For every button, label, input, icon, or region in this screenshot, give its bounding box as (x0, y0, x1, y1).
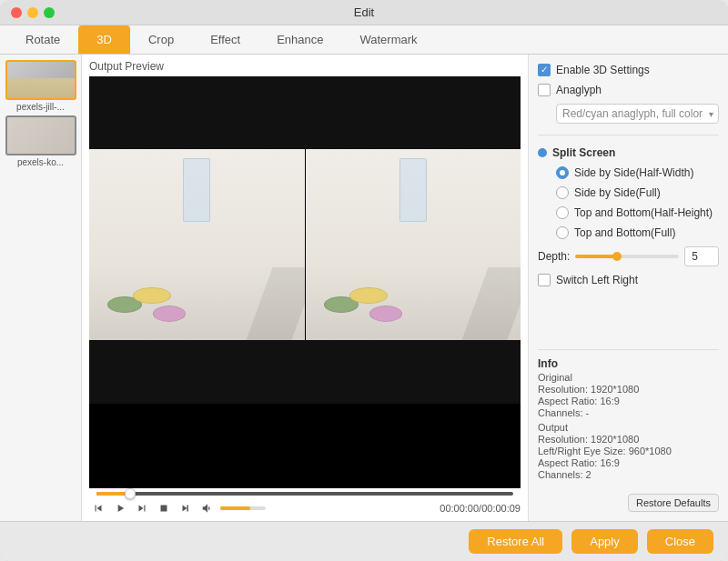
depth-input[interactable] (684, 246, 719, 266)
radio-top-bottom-full[interactable] (556, 226, 569, 239)
sidebar-label-1: pexels-ko... (5, 157, 76, 167)
skip-back-button[interactable] (89, 499, 107, 517)
output-aspect: Aspect Ratio: 16:9 (538, 457, 719, 468)
time-display: 00:00:00/00:00:09 (440, 503, 521, 514)
preview-area: Output Preview (82, 55, 528, 521)
radio-label-1: Side by Side(Full) (574, 186, 661, 199)
sidebar-item-1[interactable]: pexels-ko... (4, 115, 77, 167)
radio-half-width[interactable] (556, 166, 569, 179)
progress-track[interactable] (96, 492, 513, 496)
depth-knob (612, 252, 622, 261)
switch-lr-checkbox[interactable] (538, 274, 551, 286)
output-resolution: Resolution: 1920*1080 (538, 434, 719, 445)
volume-slider[interactable] (220, 506, 266, 510)
radio-label-0: Side by Side(Half-Width) (574, 166, 693, 179)
progress-bar-wrap[interactable] (82, 488, 528, 496)
play-button[interactable] (111, 499, 129, 517)
video-middle (89, 149, 521, 340)
video-container (89, 76, 521, 488)
controls-bar: 00:00:00/00:00:09 (82, 496, 528, 521)
skip-forward-button[interactable] (133, 499, 151, 517)
radio-label-2: Top and Bottom(Half-Height) (574, 206, 713, 219)
split-screen-label: Split Screen (552, 146, 615, 159)
depth-slider[interactable] (575, 255, 679, 258)
tab-enhance[interactable]: Enhance (258, 25, 341, 54)
tab-watermark[interactable]: Watermark (341, 25, 435, 54)
enable-3d-row: ✓ Enable 3D Settings (538, 64, 719, 76)
close-button[interactable]: Close (647, 529, 713, 554)
preview-label: Output Preview (82, 55, 528, 76)
radio-row-1: Side by Side(Full) (556, 186, 719, 199)
split-screen-row: Split Screen (538, 146, 719, 159)
output-lr-size: Left/Right Eye Size: 960*1080 (538, 446, 719, 456)
volume-icon[interactable] (198, 499, 217, 517)
video-black-top (89, 76, 521, 149)
shadow-right (461, 267, 521, 340)
info-title: Info (538, 357, 719, 370)
original-aspect: Aspect Ratio: 16:9 (538, 396, 719, 406)
output-label: Output (538, 422, 719, 433)
original-resolution: Resolution: 1920*1080 (538, 384, 719, 395)
anaglyph-dropdown-wrap: Red/cyan anaglyph, full color (556, 104, 719, 124)
radio-full[interactable] (556, 186, 569, 199)
skip-end-button[interactable] (177, 499, 195, 517)
window: Edit Rotate 3D Crop Effect Enhance Water… (0, 0, 728, 561)
main-content: pexels-jill-... pexels-ko... Output Prev… (0, 55, 728, 521)
radio-row-3: Top and Bottom(Full) (556, 226, 719, 239)
switch-lr-label: Switch Left Right (556, 274, 638, 286)
restore-defaults-button[interactable]: Restore Defaults (628, 494, 719, 512)
depth-row: Depth: (538, 246, 719, 266)
radio-row-2: Top and Bottom(Half-Height) (556, 206, 719, 219)
radio-row-0: Side by Side(Half-Width) (556, 166, 719, 179)
video-black-bottom (89, 340, 521, 404)
sidebar-item-0[interactable]: pexels-jill-... (4, 60, 77, 112)
volume-wrap (198, 499, 266, 517)
glass-left (183, 158, 210, 222)
maximize-traffic-light[interactable] (44, 7, 55, 18)
depth-slider-wrap (575, 246, 719, 266)
sidebar-label-0: pexels-jill-... (5, 102, 76, 112)
traffic-lights (11, 7, 55, 18)
bottom-bar: Restore All Apply Close (0, 521, 728, 561)
original-label: Original (538, 372, 719, 383)
macaron-left-3 (153, 306, 186, 322)
sidebar-thumb-1 (5, 115, 76, 155)
stop-button[interactable] (155, 499, 173, 517)
tab-bar: Rotate 3D Crop Effect Enhance Watermark (0, 25, 728, 55)
anaglyph-row: Anaglyph (538, 84, 719, 96)
minimize-traffic-light[interactable] (27, 7, 38, 18)
tab-3d[interactable]: 3D (78, 25, 130, 54)
apply-button[interactable]: Apply (571, 529, 638, 554)
scene-right (306, 149, 521, 340)
volume-fill (220, 506, 250, 510)
restore-all-button[interactable]: Restore All (469, 529, 562, 554)
progress-knob[interactable] (125, 488, 136, 499)
divider-1 (538, 135, 719, 135)
right-panel: ✓ Enable 3D Settings Anaglyph Red/cyan a… (528, 55, 728, 521)
info-section: Info Original Resolution: 1920*1080 Aspe… (538, 349, 719, 481)
anaglyph-checkbox[interactable] (538, 84, 551, 96)
anaglyph-dropdown[interactable]: Red/cyan anaglyph, full color (556, 104, 719, 124)
switch-lr-row: Switch Left Right (538, 274, 719, 286)
video-right (305, 149, 521, 340)
split-screen-indicator (538, 148, 547, 157)
tab-effect[interactable]: Effect (192, 25, 258, 54)
window-title: Edit (354, 5, 374, 19)
macaron-right-2 (349, 287, 388, 304)
anaglyph-label: Anaglyph (556, 84, 602, 96)
radio-top-bottom-half[interactable] (556, 206, 569, 219)
macaron-right-3 (369, 306, 402, 322)
scene-left (89, 149, 305, 340)
original-channels: Channels: - (538, 407, 719, 418)
enable-3d-label: Enable 3D Settings (556, 64, 650, 76)
glass-right (399, 158, 427, 222)
enable-3d-checkbox[interactable]: ✓ (538, 64, 551, 76)
sidebar: pexels-jill-... pexels-ko... (0, 55, 82, 521)
close-traffic-light[interactable] (11, 7, 22, 18)
sidebar-thumb-0 (5, 60, 76, 100)
radio-label-3: Top and Bottom(Full) (574, 226, 675, 239)
video-left (89, 149, 305, 340)
tab-crop[interactable]: Crop (130, 25, 192, 54)
tab-rotate[interactable]: Rotate (7, 25, 78, 54)
title-bar: Edit (0, 0, 728, 25)
